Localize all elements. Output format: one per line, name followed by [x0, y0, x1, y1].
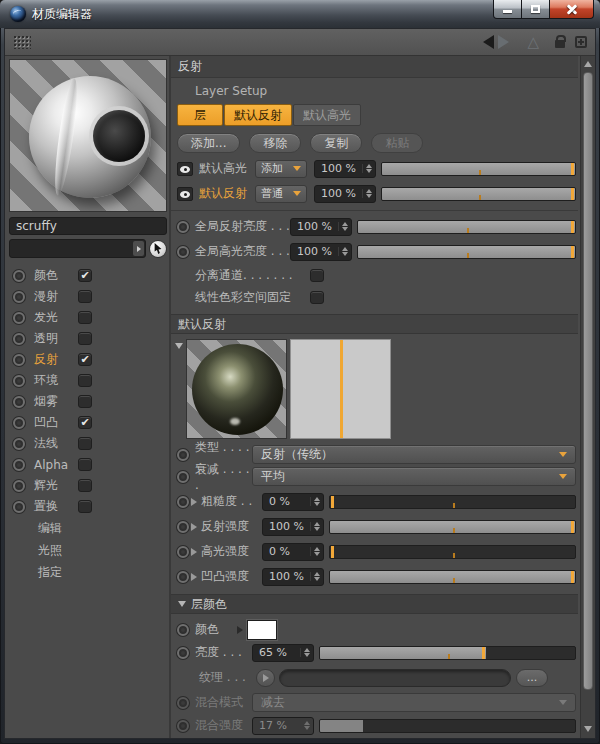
back-icon[interactable] — [483, 35, 494, 49]
visibility-eye-icon[interactable] — [177, 187, 193, 201]
scroll-down-button[interactable] — [581, 721, 595, 736]
expand-arrow-icon[interactable] — [191, 573, 197, 581]
channel-checkbox[interactable] — [78, 332, 92, 345]
value-spinner[interactable]: 0 % — [262, 543, 324, 561]
expand-arrow-icon[interactable] — [191, 498, 197, 506]
vertical-scrollbar[interactable] — [580, 56, 595, 738]
value-slider[interactable] — [357, 245, 576, 259]
visibility-eye-icon[interactable] — [177, 162, 193, 176]
material-name-input[interactable] — [9, 217, 167, 235]
falloff-row: 衰减 . . . . . 平均 — [177, 467, 578, 486]
channel-checkbox[interactable] — [78, 374, 92, 387]
close-button[interactable] — [549, 0, 594, 19]
add-button[interactable]: 添加... — [177, 133, 240, 153]
channel-row-displacement[interactable]: 置换 — [9, 496, 167, 517]
tab-default-reflection[interactable]: 默认反射 — [224, 104, 292, 126]
color-swatch[interactable] — [247, 620, 277, 640]
value-spinner[interactable]: 65 % — [252, 644, 314, 662]
sidebar-item-illumination[interactable]: 光照 — [9, 539, 167, 561]
value-spinner[interactable]: 100 % — [314, 185, 376, 203]
reflection-strength-row: 反射强度 100 % — [177, 517, 578, 536]
channel-row-alpha[interactable]: Alpha — [9, 454, 167, 475]
tab-default-specular[interactable]: 默认高光 — [293, 104, 361, 126]
texture-expand-button[interactable] — [256, 669, 275, 687]
layer-color-section-header[interactable]: 层颜色 — [171, 594, 578, 614]
scrollbar-thumb[interactable] — [583, 72, 593, 690]
texture-browse-button[interactable]: ... — [516, 669, 548, 687]
channel-row-bump[interactable]: 凹凸✔ — [9, 412, 167, 433]
radio-icon — [13, 417, 25, 429]
channel-row-color[interactable]: 颜色✔ — [9, 265, 167, 286]
channel-checkbox[interactable] — [78, 437, 92, 450]
value-slider — [319, 719, 576, 733]
channel-checkbox[interactable] — [78, 395, 92, 408]
maximize-button[interactable] — [522, 0, 549, 19]
separate-pass-checkbox[interactable] — [310, 269, 324, 282]
texture-field[interactable] — [279, 669, 511, 687]
type-dropdown[interactable]: 反射（传统） — [252, 445, 576, 464]
blendmode-dropdown[interactable]: 普通 — [255, 185, 307, 203]
channel-checkbox[interactable]: ✔ — [78, 269, 92, 282]
scroll-up-button[interactable] — [581, 56, 595, 71]
value-slider[interactable] — [381, 162, 576, 176]
preview-sphere — [29, 76, 151, 198]
value-spinner[interactable]: 100 % — [262, 568, 324, 586]
blendmode-dropdown[interactable]: 添加 — [255, 160, 307, 178]
channel-row-luminance[interactable]: 发光 — [9, 307, 167, 328]
value-slider[interactable] — [381, 187, 576, 201]
pick-material-button[interactable] — [149, 240, 167, 258]
linear-colorspace-checkbox[interactable] — [310, 291, 324, 304]
value-slider[interactable] — [329, 495, 576, 509]
layer-buttons: 添加... 移除 复制 粘贴 — [177, 133, 578, 153]
channel-checkbox[interactable] — [78, 458, 92, 471]
radio-icon — [13, 375, 25, 387]
remove-button[interactable]: 移除 — [249, 133, 301, 153]
value-spinner[interactable]: 0 % — [262, 493, 324, 511]
value-spinner[interactable]: 100 % — [290, 243, 352, 261]
value-slider[interactable] — [319, 646, 576, 660]
sidebar-item-assign[interactable]: 指定 — [9, 561, 167, 583]
falloff-dropdown[interactable]: 平均 — [252, 467, 576, 486]
expand-arrow-icon[interactable] — [237, 626, 243, 634]
drag-grip[interactable] — [13, 35, 31, 49]
value-spinner[interactable]: 100 % — [290, 218, 352, 236]
material-preview[interactable] — [9, 59, 167, 212]
value-slider[interactable] — [329, 520, 576, 534]
value-slider[interactable] — [329, 545, 576, 559]
channel-checkbox[interactable] — [78, 311, 92, 324]
value-slider[interactable] — [357, 220, 576, 234]
channel-row-glow[interactable]: 辉光 — [9, 475, 167, 496]
channel-row-normal[interactable]: 法线 — [9, 433, 167, 454]
radio-icon — [13, 480, 25, 492]
value-slider[interactable] — [329, 570, 576, 584]
lock-icon[interactable] — [555, 40, 565, 48]
channel-checkbox[interactable] — [78, 290, 92, 303]
channel-row-environment[interactable]: 环境 — [9, 370, 167, 391]
titlebar[interactable]: 材质编辑器 — [0, 0, 600, 28]
channel-checkbox[interactable]: ✔ — [78, 416, 92, 429]
channel-checkbox[interactable]: ✔ — [78, 353, 92, 366]
channel-row-reflection[interactable]: 反射✔ — [9, 349, 167, 370]
expand-arrow-icon[interactable] — [191, 523, 197, 531]
tab-layers[interactable]: 层 — [177, 104, 223, 126]
brightness-row: 亮度 . . . 65 % — [177, 643, 578, 662]
channel-row-fog[interactable]: 烟雾 — [9, 391, 167, 412]
reflection-preview-thumb[interactable] — [186, 339, 287, 439]
shader-field[interactable] — [9, 239, 146, 258]
copy-button[interactable]: 复制 — [310, 133, 362, 153]
sidebar-item-edit[interactable]: 编辑 — [9, 517, 167, 539]
layer-row-default-reflection: 默认反射 普通 100 % — [177, 184, 578, 203]
channel-checkbox[interactable] — [78, 500, 92, 513]
channel-row-diffusion[interactable]: 漫射 — [9, 286, 167, 307]
falloff-curve-panel[interactable] — [290, 339, 391, 439]
expand-arrow-icon[interactable] — [191, 548, 197, 556]
value-spinner[interactable]: 100 % — [314, 160, 376, 178]
channel-checkbox[interactable] — [78, 479, 92, 492]
add-panel-icon[interactable] — [575, 36, 587, 48]
collapse-arrow-icon[interactable] — [175, 343, 183, 349]
minimize-button[interactable] — [493, 0, 522, 19]
value-spinner[interactable]: 100 % — [262, 518, 324, 536]
channel-row-transparency[interactable]: 透明 — [9, 328, 167, 349]
left-panel: 颜色✔ 漫射 发光 透明 反射✔ 环境 烟雾 凹凸✔ 法线 Alpha 辉光 置… — [5, 56, 171, 738]
shader-arrow-icon[interactable] — [133, 241, 144, 256]
